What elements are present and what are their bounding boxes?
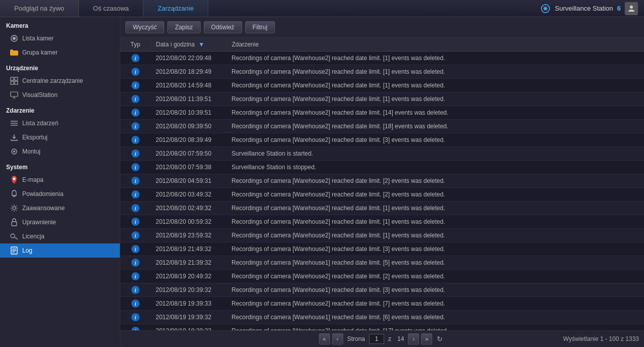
table-header-row: Typ Data i godzina ▼ Zdarzenie (120, 38, 644, 52)
table-row[interactable]: i 2012/08/19 21:39:32 Recordings of came… (120, 256, 644, 270)
row-event-cell: Recordings of camera [Warehouse2] reache… (226, 215, 644, 229)
sidebar-item-notifications[interactable]: Powiadomienia (0, 187, 120, 201)
row-date-cell: 2012/08/20 03:49:32 (151, 188, 226, 202)
table-row[interactable]: i 2012/08/19 19:39:32 Recordings of came… (120, 311, 644, 324)
table-row[interactable]: i 2012/08/20 09:39:50 Recordings of came… (120, 120, 644, 133)
row-date-cell: 2012/08/19 21:49:32 (151, 242, 226, 256)
sidebar-item-visual-station[interactable]: VisualStation (0, 88, 120, 102)
save-button[interactable]: Zapisz (167, 21, 200, 33)
folder-icon (10, 48, 18, 57)
row-type-cell: i (120, 188, 151, 202)
table-row[interactable]: i 2012/08/20 04:59:31 Recordings of came… (120, 174, 644, 188)
refresh-button[interactable]: Odśwież (204, 21, 242, 33)
sidebar-item-emap[interactable]: E-mapa (0, 173, 120, 187)
table-row[interactable]: i 2012/08/20 07:59:50 Surveillance Stati… (120, 147, 644, 161)
info-icon: i (131, 122, 140, 130)
table-row[interactable]: i 2012/08/20 03:49:32 Recordings of came… (120, 188, 644, 202)
svg-rect-6 (11, 77, 14, 80)
row-date-cell: 2012/08/20 18:29:49 (151, 65, 226, 79)
row-date-cell: 2012/08/19 23:59:32 (151, 229, 226, 242)
map-pin-icon (10, 176, 18, 184)
grid-icon (10, 77, 18, 85)
page-prev-button[interactable]: ‹ (332, 333, 343, 344)
col-header-type: Typ (120, 38, 151, 52)
table-row[interactable]: i 2012/08/19 23:59:32 Recordings of came… (120, 229, 644, 242)
gear-icon (10, 204, 18, 212)
row-event-cell: Recordings of camera [Warehouse2] reache… (226, 202, 644, 215)
sidebar-item-camera-list[interactable]: Lista kamer (0, 31, 120, 45)
clear-button[interactable]: Wyczyść (125, 21, 164, 33)
sidebar-item-mount[interactable]: Montuj (0, 144, 120, 159)
row-date-cell: 2012/08/20 08:39:49 (151, 133, 226, 147)
table-row[interactable]: i 2012/08/19 20:49:32 Recordings of came… (120, 270, 644, 283)
svg-point-18 (13, 207, 16, 210)
table-row[interactable]: i 2012/08/20 00:59:32 Recordings of came… (120, 215, 644, 229)
row-date-cell: 2012/08/20 10:39:51 (151, 106, 226, 120)
app-version: 6 (617, 5, 621, 12)
row-event-cell: Surveillance Station is started. (226, 147, 644, 161)
tab-live[interactable]: Podgląd na żywo (0, 0, 79, 17)
row-date-cell: 2012/08/19 19:39:33 (151, 297, 226, 311)
table-row[interactable]: i 2012/08/19 19:39:33 Recordings of came… (120, 297, 644, 311)
table-row[interactable]: i 2012/08/20 22:09:48 Recordings of came… (120, 52, 644, 65)
page-first-button[interactable]: « (319, 333, 330, 344)
page-of-label: z (386, 335, 393, 342)
sidebar-item-camera-group[interactable]: Grupa kamer (0, 45, 120, 60)
sidebar-item-event-list[interactable]: Lista zdarzeń (0, 116, 120, 130)
tab-manage[interactable]: Zarządzanie (144, 0, 209, 17)
sidebar-item-export[interactable]: Eksportuj (0, 130, 120, 144)
section-title-kamera: Kamera (0, 17, 120, 31)
info-icon: i (131, 272, 140, 280)
info-icon: i (131, 81, 140, 89)
table-row[interactable]: i 2012/08/20 07:59:38 Surveillance Stati… (120, 161, 644, 174)
table-row[interactable]: i 2012/08/20 14:59:48 Recordings of came… (120, 79, 644, 92)
col-header-event: Zdarzenie (226, 38, 644, 52)
row-event-cell: Recordings of camera [Warehouse2] reache… (226, 52, 644, 65)
section-title-urzadzenie: Urządzenie (0, 60, 120, 74)
svg-rect-9 (15, 81, 18, 84)
page-next-button[interactable]: › (408, 333, 419, 344)
filter-button[interactable]: Filtruj (245, 21, 275, 33)
table-row[interactable]: i 2012/08/20 08:39:49 Recordings of came… (120, 133, 644, 147)
table-row[interactable]: i 2012/08/19 21:49:32 Recordings of came… (120, 242, 644, 256)
row-type-cell: i (120, 161, 151, 174)
table-row[interactable]: i 2012/08/20 10:39:51 Recordings of came… (120, 106, 644, 120)
page-total: 14 (395, 335, 406, 342)
row-type-cell: i (120, 133, 151, 147)
page-input[interactable] (369, 334, 384, 344)
pagination-refresh-button[interactable]: ↻ (434, 333, 445, 344)
row-date-cell: 2012/08/19 20:49:32 (151, 270, 226, 283)
log-toolbar: Wyczyść Zapisz Odśwież Filtruj (120, 17, 644, 38)
svg-point-2 (544, 8, 546, 10)
table-row[interactable]: i 2012/08/19 20:39:32 Recordings of came… (120, 283, 644, 297)
sidebar-item-log[interactable]: Log (0, 243, 120, 258)
svg-point-15 (13, 151, 15, 153)
table-row[interactable]: i 2012/08/20 11:39:51 Recordings of came… (120, 92, 644, 106)
row-event-cell: Recordings of camera [Warehouse2] reache… (226, 92, 644, 106)
table-row[interactable]: i 2012/08/20 18:29:49 Recordings of came… (120, 65, 644, 79)
col-header-date[interactable]: Data i godzina ▼ (151, 38, 226, 52)
table-row[interactable]: i 2012/08/20 02:49:32 Recordings of came… (120, 202, 644, 215)
info-icon: i (131, 109, 140, 117)
tab-timeline[interactable]: Oś czasowa (79, 0, 144, 17)
table-row[interactable]: i 2012/08/19 18:39:32 Recordings of came… (120, 324, 644, 331)
log-table: Typ Data i godzina ▼ Zdarzenie i 2012/08… (120, 38, 644, 330)
page-last-button[interactable]: » (421, 333, 432, 344)
sidebar-item-permissions[interactable]: Uprawnienie (0, 215, 120, 229)
row-event-cell: Recordings of camera [Warehouse2] reache… (226, 106, 644, 120)
row-type-cell: i (120, 324, 151, 331)
row-event-cell: Recordings of camera [Warehouse2] reache… (226, 229, 644, 242)
app-icon (540, 3, 551, 14)
info-icon: i (131, 150, 140, 158)
app-header: Surveillance Station 6 (540, 2, 644, 15)
sidebar-item-central-mgmt[interactable]: Centralne zarządzanie (0, 74, 120, 88)
row-type-cell: i (120, 52, 151, 65)
log-table-container: Typ Data i godzina ▼ Zdarzenie i 2012/08… (120, 38, 644, 330)
row-type-cell: i (120, 215, 151, 229)
row-date-cell: 2012/08/20 22:09:48 (151, 52, 226, 65)
row-event-cell: Recordings of camera [Warehouse2] reache… (226, 188, 644, 202)
sort-arrow-icon: ▼ (199, 41, 205, 48)
user-menu-button[interactable] (625, 2, 638, 15)
sidebar-item-license[interactable]: Licencja (0, 229, 120, 243)
sidebar-item-advanced[interactable]: Zaawansowane (0, 201, 120, 215)
